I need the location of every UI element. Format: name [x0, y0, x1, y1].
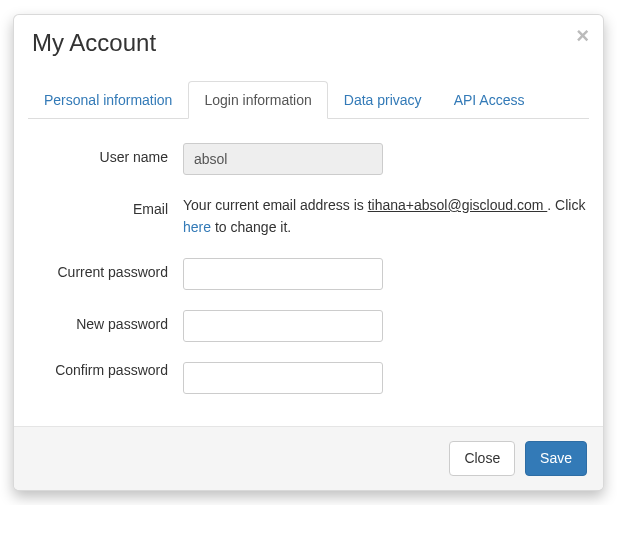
tab-api-access[interactable]: API Access — [438, 81, 541, 119]
tab-login-information[interactable]: Login information — [188, 81, 327, 119]
email-description: Your current email address is tihana+abs… — [183, 195, 589, 238]
label-confirm-password: Confirm password — [28, 362, 183, 378]
username-input[interactable] — [183, 143, 383, 175]
current-password-input[interactable] — [183, 258, 383, 290]
tab-login-link[interactable]: Login information — [188, 81, 327, 119]
email-text-suffix2: to change it. — [211, 219, 291, 235]
label-current-password: Current password — [28, 258, 183, 280]
close-button[interactable]: Close — [449, 441, 515, 475]
modal-body: Personal information Login information D… — [14, 63, 603, 426]
tab-personal-information[interactable]: Personal information — [28, 81, 188, 119]
tabs: Personal information Login information D… — [28, 81, 589, 119]
my-account-modal: My Account × Personal information Login … — [13, 14, 604, 491]
change-email-link[interactable]: here — [183, 219, 211, 235]
row-username: User name — [28, 143, 589, 175]
email-address: tihana+absol@giscloud.com — [368, 197, 548, 213]
label-email: Email — [28, 195, 183, 217]
new-password-input[interactable] — [183, 310, 383, 342]
row-new-password: New password — [28, 310, 589, 342]
row-email: Email Your current email address is tiha… — [28, 195, 589, 238]
modal-header: My Account × — [14, 15, 603, 63]
modal-title: My Account — [32, 29, 585, 57]
label-new-password: New password — [28, 310, 183, 332]
tab-data-privacy[interactable]: Data privacy — [328, 81, 438, 119]
email-text-suffix1: . Click — [547, 197, 585, 213]
email-text-prefix: Your current email address is — [183, 197, 368, 213]
row-current-password: Current password — [28, 258, 589, 290]
tab-personal-link[interactable]: Personal information — [28, 81, 188, 119]
label-username: User name — [28, 143, 183, 165]
tab-privacy-link[interactable]: Data privacy — [328, 81, 438, 119]
modal-footer: Close Save — [14, 426, 603, 489]
close-icon[interactable]: × — [576, 25, 589, 47]
row-confirm-password: Confirm password — [28, 362, 589, 394]
save-button[interactable]: Save — [525, 441, 587, 475]
tab-api-link[interactable]: API Access — [438, 81, 541, 119]
confirm-password-input[interactable] — [183, 362, 383, 394]
